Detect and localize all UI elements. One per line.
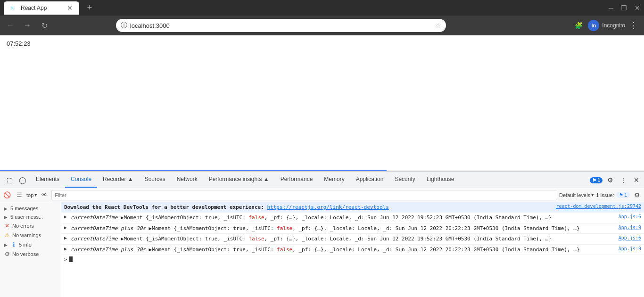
sidebar-verbose-label: No verbose [12,251,39,257]
reload-button[interactable]: ↻ [38,19,51,32]
tab-network[interactable]: Network [171,172,203,188]
tab-elements[interactable]: Elements [30,172,65,188]
msg-file-3[interactable]: App.js:9 [619,225,641,230]
console-toolbar: 🚫 ☰ top ▾ 👁 Default levels ▾ 1 Issue: ⚑ … [0,188,644,202]
chrome-menu-button[interactable]: ⋮ [627,19,640,32]
console-cursor-line[interactable]: > [61,255,644,264]
console-body: ▶ 5 messages ▶ 5 user mess... ✕ No error… [0,202,644,297]
new-tab-button[interactable]: + [83,1,96,15]
error-icon: ✕ [4,223,10,229]
sidebar-verbose[interactable]: ⚙ No verbose [0,249,61,259]
url-bar[interactable]: ⓘ localhost:3000 ☆ [116,19,446,32]
page-time: 07:52:23 [7,40,31,47]
address-bar: ← → ↻ ⓘ localhost:3000 ☆ 🧩 In Incognito … [0,16,644,35]
msg-content-3: currentDateTime plus 30s ▶Moment {_isAMo… [71,225,617,232]
device-toolbar-button[interactable]: ◯ [17,174,28,186]
tab-security[interactable]: Security [389,172,421,188]
close-window-button[interactable]: ✕ [635,4,640,12]
console-message-5: ▶ currentDateTime plus 30s ▶Moment {_isA… [61,245,644,255]
console-settings-button[interactable]: ⚙ [632,190,642,200]
inspect-element-button[interactable]: ⬚ [4,174,15,186]
msg-text-bold: Download the React DevTools for a better… [64,204,267,210]
info-icon: ℹ [10,241,17,248]
context-selector[interactable]: top ▾ [26,192,37,198]
devtools-close-button[interactable]: ✕ [631,174,642,186]
msg-arrow-2[interactable]: ▶ [64,214,69,219]
msg-arrow-5[interactable]: ▶ [64,246,69,251]
msg-file-1[interactable]: react-dom.development.js:29742 [556,204,641,209]
tab-performance[interactable]: Performance [275,172,319,188]
tab-performance-insights[interactable]: Performance insights ▲ [203,172,275,188]
cursor-prompt: > [64,256,67,263]
window-controls: ─ ❐ ✕ [609,4,640,12]
tab-console[interactable]: Console [65,172,97,188]
sidebar-user-label: 5 user mess... [10,214,43,220]
back-button[interactable]: ← [4,19,17,32]
msg-content-4: currentDateTime ▶Moment {_isAMomentObjec… [71,235,617,242]
toggle-sidebar-button[interactable]: ☰ [14,190,25,200]
sidebar-all-label: 5 messages [10,206,38,211]
warning-icon: ⚠ [4,232,10,239]
console-badge: ⚑ 1 [590,177,603,183]
issues-count: 1 Issue: ⚑ 1 [596,192,630,198]
toggle-eye-button[interactable]: 👁 [39,190,50,200]
devtools-tab-end: ⚑ 1 ⚙ ⋮ ✕ [590,174,642,188]
console-message-4: ▶ currentDateTime ▶Moment {_isAMomentObj… [61,234,644,244]
sidebar-errors-label: No errors [12,223,34,229]
console-message-2: ▶ currentDateTime ▶Moment {_isAMomentObj… [61,213,644,223]
devtools-link[interactable]: https://reactjs.org/link/react-devtools [267,204,388,210]
default-levels-selector[interactable]: Default levels ▾ [559,192,594,198]
msg-file-5[interactable]: App.js:9 [619,246,641,251]
tab-application[interactable]: Application [350,172,389,188]
msg-arrow-4[interactable]: ▶ [64,235,69,240]
tab-memory[interactable]: Memory [318,172,350,188]
console-cursor [69,256,73,262]
issue-count-badge[interactable]: ⚑ 1 [616,192,630,198]
loading-progress [0,170,387,171]
console-message-3: ▶ currentDateTime plus 30s ▶Moment {_isA… [61,223,644,234]
minimize-button[interactable]: ─ [609,4,613,12]
msg-arrow-3[interactable]: ▶ [64,225,69,230]
context-label: top [26,192,33,198]
clear-console-button[interactable]: 🚫 [2,190,12,200]
sidebar-all-messages[interactable]: ▶ 5 messages [0,204,61,213]
maximize-button[interactable]: ❐ [621,4,627,12]
context-arrow: ▾ [34,192,37,198]
tab-favicon: ⚛ [9,4,17,12]
verbose-icon: ⚙ [4,251,10,257]
expand-arrow: ▶ [4,206,8,211]
tab-close-button[interactable]: ✕ [66,4,74,12]
sidebar-user-messages[interactable]: ▶ 5 user mess... [0,213,61,221]
tab-recorder[interactable]: Recorder ▲ [97,172,139,188]
forward-button[interactable]: → [21,19,34,32]
console-messages-area: Download the React DevTools for a better… [61,202,644,297]
expand-arrow: ▶ [4,242,8,248]
msg-file-2[interactable]: App.js:6 [619,214,641,219]
devtools-tabs-bar: ⬚ ◯ Elements Console Recorder ▲ Sources … [0,172,644,188]
sidebar-warnings[interactable]: ⚠ No warnings [0,231,61,240]
toolbar-icons: 🧩 In Incognito ⋮ [572,19,640,32]
devtools-icon-buttons: ⬚ ◯ [2,174,30,188]
sidebar-info[interactable]: ▶ ℹ 5 info [0,240,61,249]
tab-sources[interactable]: Sources [139,172,171,188]
filter-input[interactable] [51,190,557,200]
bookmark-icon[interactable]: ☆ [435,22,441,29]
devtools-panel: ⬚ ◯ Elements Console Recorder ▲ Sources … [0,171,644,297]
devtools-more-button[interactable]: ⋮ [618,174,629,186]
browser-tab[interactable]: ⚛ React App ✕ [4,1,79,15]
sidebar-errors[interactable]: ✕ No errors [0,221,61,231]
devtools-settings-button[interactable]: ⚙ [604,174,616,186]
msg-file-4[interactable]: App.js:6 [619,235,641,240]
msg-content-5: currentDateTime plus 30s ▶Moment {_isAMo… [71,246,617,253]
console-sidebar: ▶ 5 messages ▶ 5 user mess... ✕ No error… [0,202,61,297]
msg-content-2: currentDateTime ▶Moment {_isAMomentObjec… [71,214,617,221]
sidebar-warnings-label: No warnings [12,232,41,238]
loading-bar [0,170,644,171]
secure-icon: ⓘ [121,21,127,30]
title-bar: ⚛ React App ✕ + ─ ❐ ✕ [0,0,644,16]
console-message-1: Download the React DevTools for a better… [61,202,644,213]
extensions-icon[interactable]: 🧩 [572,19,585,32]
levels-arrow: ▾ [591,192,594,198]
profile-icon[interactable]: In [587,19,600,32]
tab-lighthouse[interactable]: Lighthouse [421,172,460,188]
